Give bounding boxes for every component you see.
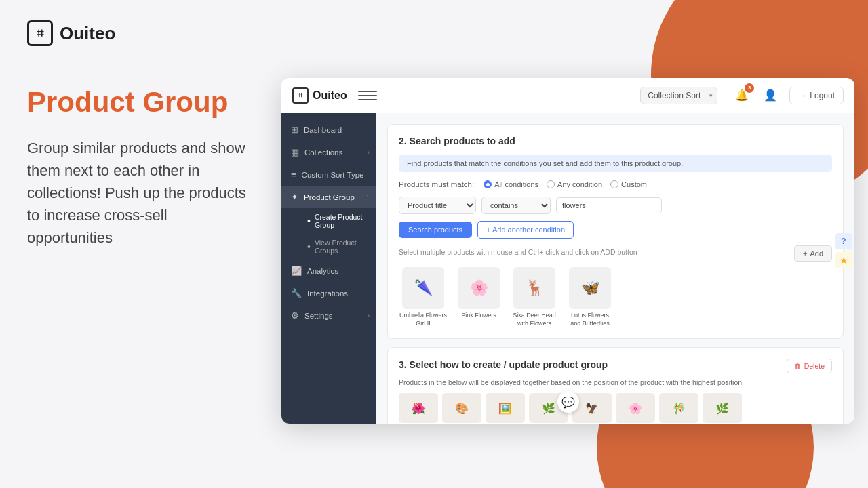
product-img-0: 🌂 (402, 267, 444, 309)
delete-button[interactable]: 🗑 Delete (787, 359, 832, 373)
logout-button[interactable]: → Logout (789, 87, 844, 104)
products-must-match-row: Products must match: All conditions Any … (399, 180, 832, 188)
bottom-product-img-7[interactable]: 🌿 (703, 393, 742, 423)
radio-any-label: Any condition (557, 180, 602, 188)
analytics-icon: 📈 (291, 266, 302, 276)
sidebar-item-integrations[interactable]: 🔧 Integrations (281, 282, 376, 304)
bottom-products-grid: 🌺 🎨 🖼️ 🌿 🦅 🌸 🎋 🌿 (399, 393, 832, 423)
product-thumb-3[interactable]: 🦋 Lotus Flowers and Butterflies (566, 267, 614, 327)
product-name-1: Pink Flowers (461, 312, 496, 320)
sidebar-item-label: Custom Sort Type (302, 171, 364, 179)
app-logo: ⌗ Ouiteo (292, 87, 347, 104)
product-name-0: Umbrella Flowers Girl II (399, 312, 448, 327)
bottom-product-img-6[interactable]: 🎋 (659, 393, 698, 423)
condition-value-input[interactable] (556, 197, 662, 214)
create-product-group-label: Create Product Group (315, 213, 370, 229)
products-grid: 🌂 Umbrella Flowers Girl II 🌸 Pink Flower… (399, 267, 832, 327)
section-3-desc: Products in the below will be displayed … (399, 378, 832, 386)
collections-icon: ▦ (291, 147, 299, 157)
product-thumb-2[interactable]: 🦌 Sika Deer Head with Flowers (510, 267, 559, 327)
logout-label: Logout (810, 91, 835, 100)
app-logo-icon: ⌗ (292, 87, 309, 104)
notification-badge: 3 (745, 83, 754, 93)
sidebar-item-label: Analytics (307, 267, 338, 275)
add-button[interactable]: + Add (794, 245, 832, 262)
logo-text: Ouiteo (60, 23, 115, 44)
app-logo-text: Ouiteo (313, 89, 347, 102)
logo-icon: ⌗ (27, 20, 53, 46)
bottom-product-img-0[interactable]: 🌺 (399, 393, 438, 423)
custom-sort-icon: ≡ (291, 169, 296, 180)
sidebar-item-label: Product Group (304, 193, 355, 201)
section-2-title: 2. Search products to add (399, 136, 832, 146)
product-thumb-1[interactable]: 🌸 Pink Flowers (454, 267, 503, 327)
page-title: Product Group (27, 87, 254, 118)
product-name-3: Lotus Flowers and Butterflies (566, 312, 614, 327)
main-content: 2. Search products to add Find products … (376, 113, 854, 424)
radio-circle-custom (610, 180, 618, 188)
search-products-button[interactable]: Search products (399, 222, 472, 238)
products-area-header: Select multiple products with mouse and … (399, 245, 832, 262)
help-button[interactable]: ? (835, 233, 852, 249)
plus-icon: + (803, 249, 807, 258)
app-window: ⌗ Ouiteo Collection Sort ▾ 🔔 3 👤 → Logou… (281, 78, 854, 424)
delete-label: Delete (804, 362, 825, 370)
product-name-2: Sika Deer Head with Flowers (510, 312, 559, 327)
sidebar-item-settings[interactable]: ⚙ Settings › (281, 304, 376, 327)
sidebar-sub-menu: Create Product Group View Product Groups (281, 208, 376, 260)
add-label: Add (810, 249, 823, 258)
radio-any-condition[interactable]: Any condition (547, 180, 602, 188)
radio-all-conditions[interactable]: All conditions (484, 180, 538, 188)
sidebar-item-custom-sort[interactable]: ≡ Custom Sort Type (281, 163, 376, 186)
radio-custom[interactable]: Custom (610, 180, 647, 188)
sidebar-item-dashboard[interactable]: ⊞ Dashboard (281, 119, 376, 141)
bottom-product-img-2[interactable]: 🖼️ (486, 393, 525, 423)
star-button[interactable]: ★ (835, 252, 852, 268)
radio-all-label: All conditions (494, 180, 538, 188)
sidebar-sub-item-view[interactable]: View Product Groups (300, 234, 376, 260)
product-thumb-0[interactable]: 🌂 Umbrella Flowers Girl II (399, 267, 448, 327)
chevron-right-icon: › (368, 149, 370, 156)
delete-icon: 🗑 (794, 362, 802, 370)
sidebar: ⊞ Dashboard ▦ Collections › ≡ Custom Sor… (281, 113, 376, 424)
notification-bell-button[interactable]: 🔔 3 (732, 86, 751, 105)
dashboard-icon: ⊞ (291, 125, 298, 135)
bottom-product-img-5[interactable]: 🌸 (616, 393, 655, 423)
product-img-3: 🦋 (569, 267, 611, 309)
chevron-right-icon: › (368, 312, 370, 319)
add-condition-button[interactable]: + Add another condition (477, 221, 574, 239)
product-group-icon: ✦ (291, 192, 298, 202)
logo-area: ⌗ Ouiteo (27, 20, 254, 46)
sidebar-sub-item-create[interactable]: Create Product Group (300, 208, 376, 234)
sidebar-item-label: Dashboard (304, 126, 342, 134)
sidebar-item-analytics[interactable]: 📈 Analytics (281, 260, 376, 282)
radio-group: All conditions Any condition Custom (484, 180, 647, 188)
sidebar-item-label: Integrations (307, 289, 348, 298)
collection-sort-label: Collection Sort (648, 91, 701, 100)
hamburger-button[interactable] (358, 86, 377, 105)
condition-field-select[interactable]: Product title Product type Tag Vendor (399, 197, 476, 214)
right-sidebar-buttons: ? ★ (833, 229, 854, 272)
radio-circle-all (484, 180, 492, 188)
view-product-groups-label: View Product Groups (315, 239, 370, 255)
sidebar-item-collections[interactable]: ▦ Collections › (281, 141, 376, 163)
collection-sort-dropdown[interactable]: Collection Sort ▾ (640, 87, 717, 104)
integrations-icon: 🔧 (291, 288, 302, 298)
left-panel: ⌗ Ouiteo Product Group Group similar pro… (0, 0, 281, 488)
select-hint: Select multiple products with mouse and … (399, 248, 637, 256)
chevron-down-icon: ˅ (366, 194, 370, 201)
info-banner: Find products that match the conditions … (399, 155, 832, 172)
section-3-card: 3. Select how to create / update product… (387, 347, 844, 424)
sidebar-item-product-group[interactable]: ✦ Product Group ˅ (281, 186, 376, 208)
condition-row: Product title Product type Tag Vendor co… (399, 197, 832, 214)
logout-icon: → (798, 91, 806, 100)
page-description: Group similar products and show them nex… (27, 137, 254, 249)
condition-operator-select[interactable]: contains equals starts with ends with (481, 197, 551, 214)
app-topbar: ⌗ Ouiteo Collection Sort ▾ 🔔 3 👤 → Logou… (281, 78, 854, 113)
radio-circle-any (547, 180, 555, 188)
bottom-product-img-1[interactable]: 🎨 (442, 393, 481, 423)
products-must-match-label: Products must match: (399, 180, 474, 188)
user-profile-button[interactable]: 👤 (761, 86, 780, 105)
section-2-card: 2. Search products to add Find products … (387, 124, 844, 339)
sidebar-item-label: Collections (304, 148, 342, 157)
